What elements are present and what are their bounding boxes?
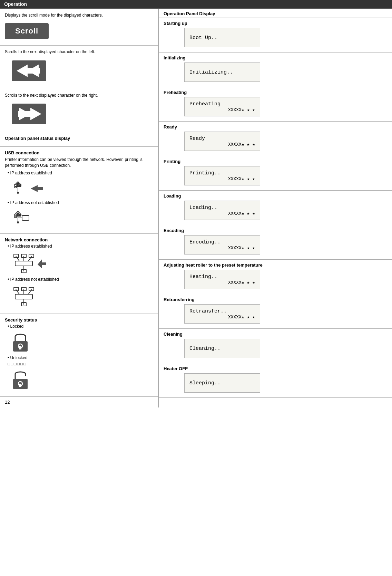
adjusting-title: Adjusting heat roller to the preset temp… xyxy=(164,262,387,268)
ready-lcd-line1: Ready xyxy=(189,136,255,142)
loading-section: Loading Loading.. XXXXX★ ★ ★ xyxy=(159,191,392,225)
locked-icon-area xyxy=(12,332,153,354)
loading-lcd: Loading.. XXXXX★ ★ ★ xyxy=(184,201,260,220)
network-not-established-icon-area xyxy=(12,285,153,309)
heater-off-title: Heater OFF xyxy=(164,366,387,371)
svg-rect-9 xyxy=(17,183,19,186)
printing-title: Printing xyxy=(164,159,387,164)
network-ip-established-label: • IP address established xyxy=(8,244,153,249)
ready-title: Ready xyxy=(164,124,387,129)
initializing-lcd: Initializing.. xyxy=(184,63,260,82)
svg-rect-53 xyxy=(19,384,21,387)
cleaning-lcd: Cleaning.. xyxy=(184,339,260,358)
svg-rect-39 xyxy=(15,294,32,299)
initializing-title: Initializing xyxy=(164,55,387,60)
scroll-display-text: Displays the scroll mode for the display… xyxy=(5,12,153,18)
network-connection-section: Network connection • IP address establis… xyxy=(0,234,158,314)
starting-up-section: Starting up Boot Up.. xyxy=(159,18,392,52)
page-header: Operation xyxy=(0,0,392,8)
network-ip-not-established-label: • IP address not established xyxy=(8,277,153,282)
svg-marker-17 xyxy=(31,185,43,192)
operation-panel-display-header: Operation Panel Display xyxy=(159,9,392,18)
adjusting-lcd-line2: XXXXX★ ★ ★ xyxy=(189,280,255,285)
preheating-section: Preheating Preheating XXXXX★ ★ ★ xyxy=(159,87,392,122)
network-established-icon-area xyxy=(12,251,153,276)
unlocked-icon xyxy=(12,369,29,392)
starting-up-lcd-line1: Boot Up.. xyxy=(189,35,255,41)
preheating-title: Preheating xyxy=(164,90,387,95)
locked-icon xyxy=(12,332,29,354)
op-panel-status-title: Operation panel status display xyxy=(5,136,153,141)
adjusting-lcd: Heating.. XXXXX★ ★ ★ xyxy=(184,270,260,289)
scroll-left-text: Scrolls to the next displayed character … xyxy=(5,49,153,55)
usb-established-icon-area xyxy=(12,178,153,199)
retransferring-lcd-line1: Retransfer.. xyxy=(189,308,255,314)
preheating-lcd-line1: Preheating xyxy=(189,101,255,107)
svg-rect-26 xyxy=(19,214,21,216)
retransferring-section: Retransferring Retransfer.. XXXXX★ ★ ★ xyxy=(159,294,392,329)
heater-off-section: Heater OFF Sleeping.. xyxy=(159,363,392,398)
printing-lcd-line2: XXXXX★ ★ ★ xyxy=(189,176,255,182)
preheating-lcd-line2: XXXXX★ ★ ★ xyxy=(189,107,255,113)
right-arrow-icon xyxy=(15,106,43,122)
scroll-button[interactable]: Scroll xyxy=(5,23,49,39)
scroll-display-section: Displays the scroll mode for the display… xyxy=(0,9,158,46)
svg-point-12 xyxy=(17,192,19,194)
starting-up-lcd: Boot Up.. xyxy=(184,28,260,47)
security-status-section: Security status • Locked • Unlocked □□□□… xyxy=(0,314,158,397)
loading-lcd-line1: Loading.. xyxy=(189,205,255,211)
network-connection-subtitle: Network connection xyxy=(5,237,153,242)
scroll-left-section: Scrolls to the next displayed character … xyxy=(0,46,158,89)
page-title: Operation xyxy=(4,1,27,7)
encoding-lcd-line2: XXXXX★ ★ ★ xyxy=(189,245,255,251)
scroll-right-text: Scrolls to the next displayed character … xyxy=(5,93,153,98)
op-panel-status-section: Operation panel status display xyxy=(0,132,158,147)
usb-connection-subtitle: USB connection xyxy=(5,150,153,155)
heater-off-lcd-line1: Sleeping.. xyxy=(189,380,255,386)
scroll-left-button[interactable] xyxy=(12,60,46,81)
printing-lcd-line1: Printing.. xyxy=(189,170,255,176)
adjusting-section: Adjusting heat roller to the preset temp… xyxy=(159,260,392,294)
security-status-subtitle: Security status xyxy=(5,317,153,323)
encoding-lcd: Encoding.. XXXXX★ ★ ★ xyxy=(184,235,260,255)
scroll-right-section: Scrolls to the next displayed character … xyxy=(0,89,158,133)
locked-label: • Locked xyxy=(8,324,153,329)
svg-rect-50 xyxy=(19,346,21,349)
unlocked-label: • Unlocked xyxy=(8,355,153,360)
scroll-right-button[interactable] xyxy=(12,104,46,124)
retransferring-lcd-line2: XXXXX★ ★ ★ xyxy=(189,314,255,320)
left-column: Displays the scroll mode for the display… xyxy=(0,9,159,407)
svg-rect-19 xyxy=(17,213,19,215)
printing-section: Printing Printing.. XXXXX★ ★ ★ xyxy=(159,156,392,191)
svg-rect-27 xyxy=(22,215,29,220)
retransferring-title: Retransferring xyxy=(164,297,387,302)
printing-lcd: Printing.. XXXXX★ ★ ★ xyxy=(184,166,260,185)
left-arrow-icon xyxy=(15,63,43,78)
svg-marker-4 xyxy=(30,108,41,120)
usb-established-icon xyxy=(12,178,43,199)
svg-marker-38 xyxy=(38,259,46,269)
usb-not-established-icon-area xyxy=(12,208,153,229)
adjusting-lcd-line1: Heating.. xyxy=(189,274,255,280)
svg-rect-16 xyxy=(19,184,21,186)
svg-rect-7 xyxy=(18,111,22,117)
retransferring-lcd: Retransfer.. XXXXX★ ★ ★ xyxy=(184,304,260,324)
svg-marker-0 xyxy=(17,65,28,77)
encoding-section: Encoding Encoding.. XXXXX★ ★ ★ xyxy=(159,225,392,260)
heater-off-lcd: Sleeping.. xyxy=(184,373,260,393)
initializing-section: Initializing Initializing.. xyxy=(159,52,392,87)
usb-ip-not-established-label: • IP address not established xyxy=(8,200,153,205)
right-column: Operation Panel Display Starting up Boot… xyxy=(159,9,392,407)
cleaning-section: Cleaning Cleaning.. xyxy=(159,329,392,363)
svg-point-22 xyxy=(17,221,19,223)
unlocked-icon-area xyxy=(12,369,153,392)
encoding-title: Encoding xyxy=(164,228,387,233)
network-not-established-icon xyxy=(12,285,38,309)
initializing-lcd-line1: Initializing.. xyxy=(189,69,255,75)
page-number: 12 xyxy=(5,400,10,405)
cleaning-title: Cleaning xyxy=(164,332,387,337)
usb-not-established-icon xyxy=(12,208,32,229)
ready-lcd-line2: XXXXX★ ★ ★ xyxy=(189,142,255,147)
ready-section: Ready Ready XXXXX★ ★ ★ xyxy=(159,122,392,156)
cleaning-lcd-line1: Cleaning.. xyxy=(189,346,255,352)
